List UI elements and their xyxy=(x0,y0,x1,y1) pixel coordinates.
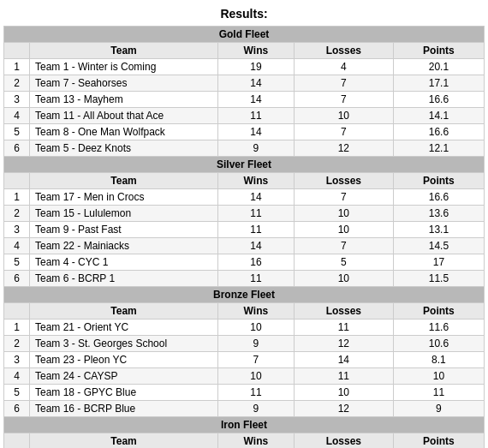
losses-cell: 12 xyxy=(294,336,393,352)
points-header: Points xyxy=(393,303,484,320)
losses-cell: 10 xyxy=(294,222,393,238)
table-row: 5 Team 18 - GPYC Blue 11 10 11 xyxy=(4,385,485,401)
wins-cell: 9 xyxy=(218,140,295,157)
table-row: 6 Team 5 - Deez Knots 9 12 12.1 xyxy=(4,140,485,157)
team-name-cell: Team 9 - Past Fast xyxy=(30,222,218,238)
rank-cell: 3 xyxy=(4,352,30,368)
team-name-cell: Team 11 - All About that Ace xyxy=(30,108,218,124)
team-header: Team xyxy=(30,173,218,189)
points-cell: 17.1 xyxy=(393,75,484,92)
page-title: Results: xyxy=(3,7,485,21)
wins-cell: 16 xyxy=(218,254,295,271)
col-header-row: Team Wins Losses Points xyxy=(4,433,485,449)
rank-cell: 1 xyxy=(4,189,30,206)
points-cell: 11.6 xyxy=(393,320,484,336)
losses-cell: 12 xyxy=(294,140,393,157)
losses-header: Losses xyxy=(294,43,393,59)
team-name-cell: Team 23 - Pleon YC xyxy=(30,352,218,368)
losses-cell: 7 xyxy=(294,189,393,206)
table-row: 4 Team 24 - CAYSP 10 11 10 xyxy=(4,368,485,385)
table-row: 4 Team 22 - Mainiacks 14 7 14.5 xyxy=(4,238,485,254)
wins-cell: 11 xyxy=(218,271,295,287)
table-row: 2 Team 7 - Seahorses 14 7 17.1 xyxy=(4,75,485,92)
wins-cell: 11 xyxy=(218,222,295,238)
table-row: 2 Team 15 - Lululemon 11 10 13.6 xyxy=(4,206,485,222)
rank-header xyxy=(4,433,30,449)
losses-cell: 7 xyxy=(294,238,393,254)
points-header: Points xyxy=(393,433,484,449)
points-cell: 11.5 xyxy=(393,271,484,287)
fleet-header-row: Bronze Fleet xyxy=(4,287,485,303)
team-name-cell: Team 16 - BCRP Blue xyxy=(30,401,218,417)
team-name-cell: Team 24 - CAYSP xyxy=(30,368,218,385)
team-header: Team xyxy=(30,433,218,449)
results-container: Results: Gold Fleet Team Wins Losses Poi… xyxy=(0,0,488,448)
fleet-header-row: Iron Fleet xyxy=(4,417,485,433)
fleet-name: Gold Fleet xyxy=(4,27,485,43)
points-cell: 10 xyxy=(393,368,484,385)
losses-cell: 10 xyxy=(294,206,393,222)
points-cell: 17 xyxy=(393,254,484,271)
wins-cell: 10 xyxy=(218,320,295,336)
team-header: Team xyxy=(30,43,218,59)
losses-cell: 11 xyxy=(294,368,393,385)
table-row: 6 Team 16 - BCRP Blue 9 12 9 xyxy=(4,401,485,417)
table-row: 3 Team 13 - Mayhem 14 7 16.6 xyxy=(4,92,485,108)
col-header-row: Team Wins Losses Points xyxy=(4,173,485,189)
team-name-cell: Team 8 - One Man Wolfpack xyxy=(30,124,218,140)
fleet-name: Iron Fleet xyxy=(4,417,485,433)
team-name-cell: Team 18 - GPYC Blue xyxy=(30,385,218,401)
points-cell: 8.1 xyxy=(393,352,484,368)
losses-header: Losses xyxy=(294,303,393,320)
team-name-cell: Team 3 - St. Georges School xyxy=(30,336,218,352)
rank-cell: 5 xyxy=(4,385,30,401)
rank-cell: 3 xyxy=(4,92,30,108)
table-row: 5 Team 4 - CYC 1 16 5 17 xyxy=(4,254,485,271)
team-name-cell: Team 17 - Men in Crocs xyxy=(30,189,218,206)
table-row: 1 Team 21 - Orient YC 10 11 11.6 xyxy=(4,320,485,336)
points-header: Points xyxy=(393,43,484,59)
results-table: Gold Fleet Team Wins Losses Points 1 Tea… xyxy=(3,26,485,448)
team-header: Team xyxy=(30,303,218,320)
wins-cell: 19 xyxy=(218,59,295,75)
wins-cell: 7 xyxy=(218,352,295,368)
losses-cell: 7 xyxy=(294,92,393,108)
fleet-name: Bronze Fleet xyxy=(4,287,485,303)
wins-header: Wins xyxy=(218,173,295,189)
points-cell: 16.6 xyxy=(393,124,484,140)
team-name-cell: Team 4 - CYC 1 xyxy=(30,254,218,271)
losses-cell: 10 xyxy=(294,271,393,287)
points-cell: 13.1 xyxy=(393,222,484,238)
losses-cell: 12 xyxy=(294,401,393,417)
rank-cell: 1 xyxy=(4,59,30,75)
wins-header: Wins xyxy=(218,303,295,320)
points-cell: 12.1 xyxy=(393,140,484,157)
rank-cell: 6 xyxy=(4,401,30,417)
team-name-cell: Team 5 - Deez Knots xyxy=(30,140,218,157)
table-row: 1 Team 1 - Winter is Coming 19 4 20.1 xyxy=(4,59,485,75)
table-row: 2 Team 3 - St. Georges School 9 12 10.6 xyxy=(4,336,485,352)
col-header-row: Team Wins Losses Points xyxy=(4,303,485,320)
wins-header: Wins xyxy=(218,433,295,449)
points-cell: 16.6 xyxy=(393,189,484,206)
rank-header xyxy=(4,303,30,320)
points-cell: 14.1 xyxy=(393,108,484,124)
points-cell: 16.6 xyxy=(393,92,484,108)
points-cell: 11 xyxy=(393,385,484,401)
points-cell: 14.5 xyxy=(393,238,484,254)
table-row: 6 Team 6 - BCRP 1 11 10 11.5 xyxy=(4,271,485,287)
wins-cell: 11 xyxy=(218,206,295,222)
losses-cell: 14 xyxy=(294,352,393,368)
losses-cell: 4 xyxy=(294,59,393,75)
rank-cell: 2 xyxy=(4,75,30,92)
rank-header xyxy=(4,173,30,189)
rank-cell: 3 xyxy=(4,222,30,238)
table-row: 4 Team 11 - All About that Ace 11 10 14.… xyxy=(4,108,485,124)
wins-cell: 14 xyxy=(218,124,295,140)
rank-cell: 5 xyxy=(4,124,30,140)
wins-cell: 14 xyxy=(218,189,295,206)
wins-cell: 9 xyxy=(218,336,295,352)
losses-header: Losses xyxy=(294,433,393,449)
team-name-cell: Team 1 - Winter is Coming xyxy=(30,59,218,75)
losses-cell: 5 xyxy=(294,254,393,271)
